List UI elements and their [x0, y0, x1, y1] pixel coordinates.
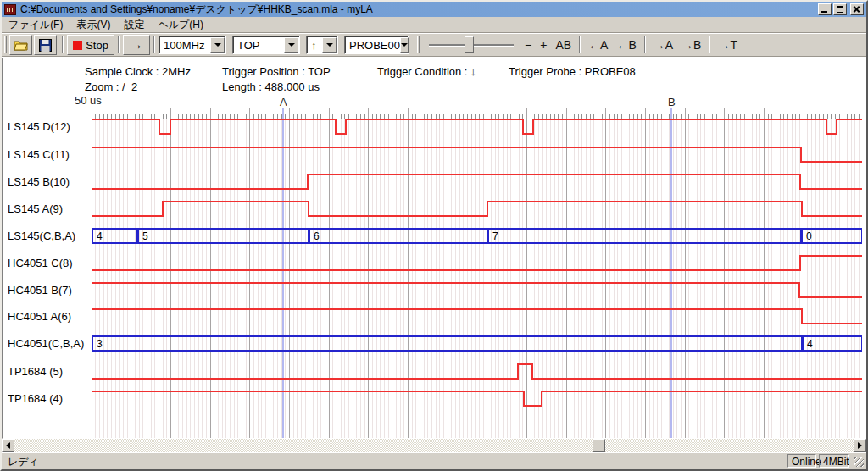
bus-value: 5 — [142, 230, 148, 242]
trigger-position-combo[interactable]: TOP — [232, 36, 300, 54]
waveform-panel: Sample Clock : 2MHz Trigger Position : T… — [2, 58, 866, 439]
resize-grip-icon[interactable] — [854, 457, 864, 467]
menu-settings[interactable]: 設定 — [117, 16, 151, 34]
waveform-trace — [92, 119, 862, 134]
waveform-trace — [92, 309, 862, 324]
trigger-edge-value: ↑ — [307, 39, 322, 52]
toolbar-grip — [4, 36, 7, 53]
left-arrow-icon — [6, 442, 10, 449]
marker-a-left-button[interactable]: ←A — [584, 36, 612, 53]
ab-button[interactable]: AB — [551, 36, 576, 53]
scrollbar-thumb[interactable] — [593, 439, 605, 452]
stop-button[interactable]: Stop — [67, 35, 114, 55]
menu-bar: ファイル(F) 表示(V) 設定 ヘルプ(H) — [2, 17, 866, 33]
channel-label[interactable]: HC4051 B(7) — [8, 284, 72, 296]
bus-value: 7 — [492, 230, 498, 242]
dropdown-arrow-icon[interactable] — [210, 37, 225, 53]
toolbar-grip — [417, 36, 420, 53]
trigger-condition-info: Trigger Condition : ↓ — [377, 65, 476, 78]
marker-b-left-button[interactable]: ←B — [612, 36, 640, 53]
channel-label[interactable]: HC4051 A(6) — [8, 310, 71, 323]
bus-value: 3 — [97, 338, 103, 350]
dropdown-arrow-icon[interactable] — [400, 37, 409, 53]
trigger-probe-info: Trigger Probe : PROBE08 — [509, 65, 636, 78]
save-floppy-icon — [39, 39, 52, 52]
minimize-button[interactable] — [818, 3, 832, 15]
close-button[interactable] — [850, 3, 864, 15]
channel-label[interactable]: TP1684 (5) — [8, 365, 63, 378]
maximize-icon — [837, 6, 843, 13]
bus-segment — [309, 229, 487, 243]
channel-label[interactable]: HC4051(C,B,A) — [8, 337, 84, 350]
toolbar-separator — [62, 36, 64, 53]
waveform-trace — [92, 283, 862, 297]
sample-clock-info: Sample Clock : 2MHz — [85, 65, 191, 78]
zoom-info: Zoom : / 2 — [85, 80, 137, 93]
menu-file[interactable]: ファイル(F) — [2, 16, 70, 34]
open-file-button[interactable] — [9, 35, 32, 55]
waveform-trace — [92, 175, 862, 189]
waveform-trace — [92, 391, 862, 406]
dropdown-arrow-icon[interactable] — [284, 37, 298, 53]
waveform-trace — [92, 202, 862, 216]
waveform-trace — [92, 364, 862, 379]
channel-label[interactable]: LS145 B(10) — [8, 175, 70, 188]
open-folder-icon — [14, 39, 29, 51]
trigger-position-info: Trigger Position : TOP — [222, 65, 331, 78]
channel-label[interactable]: LS145 D(12) — [8, 120, 70, 133]
bus-value: 4 — [807, 338, 813, 350]
trigger-edge-combo[interactable]: ↑ — [306, 36, 338, 54]
trigger-probe-value: PROBE00 — [345, 39, 400, 52]
bus-value: 0 — [806, 230, 812, 242]
trigger-probe-combo[interactable]: PROBE00 — [344, 36, 409, 54]
sample-clock-value: 100MHz — [159, 39, 210, 52]
channel-label[interactable]: LS145(C,B,A) — [8, 230, 75, 242]
status-ready-text: レディ — [8, 455, 39, 469]
title-bar: C:¥Documents and Settings¥noname¥デスクトップ¥… — [2, 2, 866, 17]
window-title: C:¥Documents and Settings¥noname¥デスクトップ¥… — [20, 3, 373, 17]
channel-label[interactable]: LS145 A(9) — [8, 202, 63, 215]
toolbar-separator — [644, 36, 646, 53]
horizontal-scrollbar[interactable] — [2, 439, 866, 452]
channel-label[interactable]: HC4051 C(8) — [8, 257, 73, 269]
app-icon — [4, 4, 16, 15]
save-file-button[interactable] — [34, 35, 57, 55]
minimize-icon — [821, 11, 827, 13]
trigger-position-value: TOP — [233, 39, 284, 52]
status-bar: レディ Online 4MBit — [2, 452, 866, 468]
scroll-left-button[interactable] — [2, 439, 14, 452]
zoom-slider-thumb[interactable] — [465, 36, 474, 53]
menu-view[interactable]: 表示(V) — [70, 16, 117, 34]
application-window: C:¥Documents and Settings¥noname¥デスクトップ¥… — [0, 0, 868, 471]
waveform-trace — [92, 147, 862, 162]
marker-a-right-button[interactable]: →A — [649, 36, 677, 53]
maximize-button[interactable] — [833, 3, 847, 15]
bus-segment — [488, 229, 801, 243]
status-memory-cell: 4MBit — [819, 454, 849, 468]
toolbar-separator — [709, 36, 710, 53]
marker-b-right-button[interactable]: →B — [677, 36, 705, 53]
channel-label[interactable]: TP1684 (4) — [8, 392, 63, 405]
goto-trigger-button[interactable]: →T — [714, 36, 742, 53]
menu-help[interactable]: ヘルプ(H) — [151, 16, 210, 34]
toolbar-separator — [579, 36, 581, 53]
sample-clock-combo[interactable]: 100MHz — [159, 36, 226, 54]
stop-label: Stop — [86, 39, 108, 52]
zoom-in-button[interactable]: + — [536, 36, 551, 53]
status-online-cell: Online — [787, 454, 816, 468]
run-button[interactable]: → — [123, 35, 150, 55]
waveform-plot[interactable]: 4567034 — [92, 108, 862, 438]
zoom-slider[interactable] — [429, 36, 514, 54]
marker-label-b[interactable]: B — [668, 96, 676, 108]
right-arrow-icon — [858, 442, 862, 449]
toolbar: Stop → 100MHz TOP ↑ PROBE00 − + AB ←A — [2, 34, 866, 57]
zoom-out-button[interactable]: − — [520, 36, 536, 53]
timebase-label: 50 us — [75, 94, 102, 107]
marker-label-a[interactable]: A — [280, 96, 287, 108]
toolbar-separator — [153, 36, 155, 53]
channel-label[interactable]: LS145 C(11) — [8, 148, 70, 161]
scroll-right-button[interactable] — [854, 439, 866, 452]
stop-square-icon — [73, 41, 82, 50]
dropdown-arrow-icon[interactable] — [322, 37, 337, 53]
toolbar-separator — [118, 36, 120, 53]
